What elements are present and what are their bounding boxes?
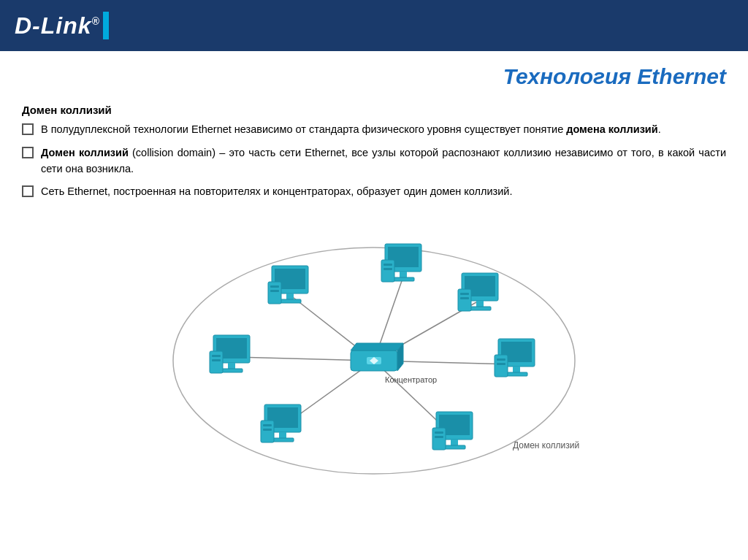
svg-rect-31 (497, 358, 505, 361)
checkbox-icon-3 (22, 185, 34, 197)
svg-marker-1 (351, 343, 403, 350)
checkbox-icon-1 (22, 123, 34, 135)
svg-rect-42 (279, 432, 286, 438)
svg-rect-9 (268, 282, 281, 304)
section-heading: Домен коллизий (22, 104, 726, 116)
svg-rect-15 (392, 277, 414, 281)
svg-rect-22 (469, 307, 491, 310)
svg-rect-53 (212, 359, 221, 361)
svg-rect-8 (279, 299, 301, 303)
diagram-container: Домен коллизий Концентратор (0, 218, 748, 481)
svg-rect-23 (458, 289, 471, 311)
title-area: Технология Ethernet (0, 51, 748, 96)
bullet-item-3: Сеть Ethernet, построенная на повторител… (22, 184, 726, 200)
svg-rect-30 (495, 355, 508, 377)
bullet-item-2: Домен коллизий (collision domain) – это … (22, 145, 726, 177)
svg-rect-50 (221, 369, 243, 372)
bullet-text-2: Домен коллизий (collision domain) – это … (41, 145, 726, 177)
svg-rect-11 (270, 290, 279, 292)
title-prefix: Технология (503, 64, 638, 88)
svg-rect-28 (513, 367, 520, 372)
svg-rect-32 (497, 363, 505, 365)
svg-rect-37 (432, 428, 446, 450)
svg-rect-21 (476, 301, 484, 307)
svg-rect-7 (286, 294, 294, 299)
network-diagram: Домен коллизий Концентратор (155, 218, 593, 481)
concentrator-label: Концентратор (385, 375, 437, 384)
svg-rect-51 (210, 351, 223, 373)
checkbox-icon-2 (22, 147, 34, 158)
svg-rect-45 (263, 424, 272, 426)
bold-domain-2: Домен коллизий (41, 147, 129, 158)
svg-rect-39 (435, 436, 443, 438)
logo-bar (103, 12, 109, 39)
svg-rect-17 (383, 264, 392, 266)
bold-domain-1: домена коллизий (566, 123, 657, 135)
page-title: Технология Ethernet (503, 64, 726, 88)
bullet-item-1: В полудуплексной технологии Ethernet нез… (22, 122, 726, 138)
svg-rect-18 (383, 268, 392, 270)
logo-text: D-Link® (15, 12, 100, 39)
svg-rect-43 (272, 438, 294, 442)
title-main: Ethernet (637, 64, 726, 88)
svg-rect-46 (263, 429, 272, 431)
svg-rect-35 (451, 440, 458, 445)
svg-rect-44 (261, 421, 274, 442)
svg-rect-24 (460, 293, 469, 295)
dlink-logo: D-Link® (15, 12, 109, 39)
svg-rect-14 (400, 272, 407, 277)
svg-rect-10 (270, 285, 279, 288)
svg-rect-52 (212, 355, 221, 357)
bullet-text-3: Сеть Ethernet, построенная на повторител… (41, 184, 726, 200)
svg-rect-25 (460, 297, 469, 299)
svg-rect-36 (443, 445, 465, 449)
header: D-Link® (0, 0, 748, 51)
svg-rect-29 (505, 372, 527, 376)
svg-rect-38 (435, 431, 443, 434)
bullet-text-1: В полудуплексной технологии Ethernet нез… (41, 122, 726, 138)
svg-rect-49 (228, 363, 235, 369)
hub-group (351, 343, 403, 371)
domain-label: Домен коллизий (513, 440, 579, 450)
svg-rect-16 (381, 260, 394, 282)
content-area: Домен коллизий В полудуплексной технолог… (0, 96, 748, 215)
